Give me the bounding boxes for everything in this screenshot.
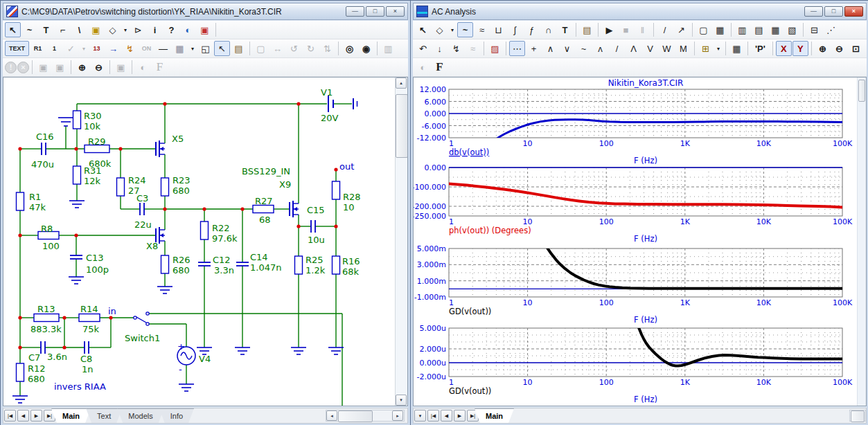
shape-tool[interactable]: ◇	[105, 22, 121, 37]
scroll-down-button[interactable]: ▾	[396, 395, 407, 406]
pane-horizontal-button[interactable]: ▤	[751, 22, 767, 37]
resistor[interactable]	[295, 256, 303, 274]
pane-dotted-button[interactable]: ▧	[784, 22, 800, 37]
grid-toggle[interactable]: ▦	[172, 41, 188, 56]
global-low-button[interactable]: W	[659, 41, 675, 56]
ac-vertical-scrollbar[interactable]	[857, 78, 866, 406]
ac-plot-area[interactable]: 12.0006.0000.000-6.000-12.0001101001K10K…	[413, 77, 867, 406]
low-button[interactable]: ʌ	[592, 41, 608, 56]
select-tool[interactable]: ↖	[415, 22, 431, 37]
resistor[interactable]	[333, 181, 340, 199]
zoom-in-button[interactable]: ⊕	[74, 60, 90, 75]
select-tool[interactable]: ↖	[5, 22, 21, 37]
inflection-button[interactable]: /	[609, 41, 625, 56]
scroll-up-button[interactable]: ▴	[396, 78, 407, 89]
split-plot-button[interactable]: ⊟	[806, 22, 822, 37]
switch-arm[interactable]	[136, 317, 146, 323]
zoom-out-button[interactable]: ⊖	[91, 60, 107, 75]
select-box-button[interactable]: ▢	[696, 22, 711, 37]
zoom-in-button[interactable]: ⊕	[815, 41, 831, 56]
cursor-mode-button[interactable]: ↖	[214, 41, 230, 56]
schematic-canvas[interactable]: V120VR3010kC16470uR29680kR3112kX5R2427C3…	[3, 77, 408, 406]
resistor[interactable]	[79, 314, 100, 322]
find-component-button[interactable]: ◎	[342, 41, 357, 56]
component-dropdown[interactable]: ▾	[448, 22, 457, 37]
scroll-left-button[interactable]: ◂	[326, 410, 337, 421]
text-tool[interactable]: T	[38, 22, 54, 37]
pin-numbers-toggle[interactable]: 13	[89, 41, 105, 56]
switch-contact[interactable]	[134, 316, 136, 319]
ortho-wire-tool[interactable]: ⌐	[55, 22, 71, 37]
go-to-branch-button[interactable]: ⊞	[698, 41, 714, 56]
global-high-button[interactable]: M	[675, 41, 691, 56]
resistor[interactable]	[161, 255, 169, 273]
run-button[interactable]: ▶	[601, 22, 617, 37]
properties-button[interactable]: ▤	[231, 41, 247, 56]
maximize-button[interactable]: □	[824, 6, 843, 17]
minimize-button[interactable]: —	[804, 6, 823, 17]
tab-text[interactable]: Text	[86, 408, 122, 423]
schematic-vertical-scrollbar[interactable]: ▴▾	[395, 78, 407, 406]
close-button[interactable]: ×	[844, 6, 863, 17]
measure-mode-button[interactable]: ↗	[673, 22, 689, 37]
component-tool[interactable]: ◇	[432, 22, 448, 37]
tab-info[interactable]: Info	[159, 408, 194, 423]
curve-label[interactable]: ph(v(out)) (Degrees)	[449, 226, 531, 235]
line-mode-button[interactable]: /	[657, 22, 673, 37]
peak-button[interactable]: ∧	[542, 41, 558, 56]
scrollbar-thumb[interactable]	[338, 410, 373, 422]
cursor-wave-down-button[interactable]: ↓	[432, 41, 448, 56]
resistor[interactable]	[117, 178, 125, 196]
resistor[interactable]	[201, 221, 209, 239]
scrollbar-thumb[interactable]	[396, 94, 408, 158]
period-mode-button[interactable]: ⊔	[490, 22, 506, 37]
y-scale-button[interactable]: Y	[792, 41, 808, 56]
grid-box-button[interactable]: ▦	[712, 22, 728, 37]
next-page-button[interactable]: ▶	[30, 410, 42, 422]
info-tool[interactable]: i	[147, 22, 163, 37]
text-tool[interactable]: T	[557, 22, 573, 37]
line-tool[interactable]: \	[71, 22, 87, 37]
cursor-vertical-button[interactable]: +	[526, 41, 542, 56]
function-symbol[interactable]: F	[432, 60, 448, 75]
power-display-toggle[interactable]: ↯	[122, 41, 138, 56]
wire-mode-tool[interactable]: ~	[21, 22, 37, 37]
data-points-button[interactable]: ⋰	[823, 22, 839, 37]
component-tool[interactable]: ▣	[88, 22, 104, 37]
scrollbar-thumb[interactable]	[858, 80, 865, 102]
wire-display-toggle[interactable]: —	[155, 41, 171, 56]
horizontal-scrollbar[interactable]: ◂▸	[326, 410, 405, 422]
top-button[interactable]: Λ	[626, 41, 641, 56]
first-page-button[interactable]: |◀	[427, 410, 439, 422]
tab-models[interactable]: Models	[117, 408, 163, 423]
split-window-toggle[interactable]: ◱	[197, 41, 213, 56]
resistor[interactable]	[34, 314, 59, 322]
fft-mode-button[interactable]: ∩	[540, 22, 556, 37]
resistor[interactable]	[73, 166, 81, 184]
x-scale-button[interactable]: X	[776, 41, 792, 56]
plot-list-dropdown[interactable]: ▾	[414, 410, 426, 422]
zoom-area-button[interactable]: ⊡	[848, 41, 864, 56]
cursor-wave-left-button[interactable]: ↶	[415, 41, 431, 56]
switch-contact[interactable]	[146, 312, 149, 315]
find-text-button[interactable]: ◉	[358, 41, 374, 56]
browser-icon[interactable]: ◐	[180, 22, 196, 37]
tab-main[interactable]: Main	[475, 408, 514, 423]
scrollbar-thumb[interactable]	[851, 410, 865, 422]
cursor-wave-both-button[interactable]: ↯	[448, 41, 464, 56]
cursor-horizontal-button[interactable]: ⋯	[509, 41, 525, 56]
switch-contact[interactable]	[146, 323, 149, 325]
next-page-button[interactable]: ▶	[454, 410, 466, 422]
resistor[interactable]	[73, 111, 81, 129]
text-mode-toggle[interactable]: TEXT	[5, 41, 29, 56]
numeric-output-button[interactable]: ▦	[729, 41, 745, 56]
function-mode-button[interactable]: ƒ	[524, 22, 540, 37]
scroll-right-button[interactable]: ▸	[392, 410, 403, 421]
pane-vertical-button[interactable]: ▥	[734, 22, 750, 37]
branch-dropdown[interactable]: ▾	[714, 41, 723, 56]
resistor[interactable]	[161, 178, 169, 196]
p-key-button[interactable]: 'P'	[751, 41, 770, 56]
shape-dropdown[interactable]: ▾	[121, 22, 130, 37]
clip-mode-button[interactable]: ∫	[507, 22, 523, 37]
error-info-icon[interactable]: ▣	[197, 22, 213, 37]
